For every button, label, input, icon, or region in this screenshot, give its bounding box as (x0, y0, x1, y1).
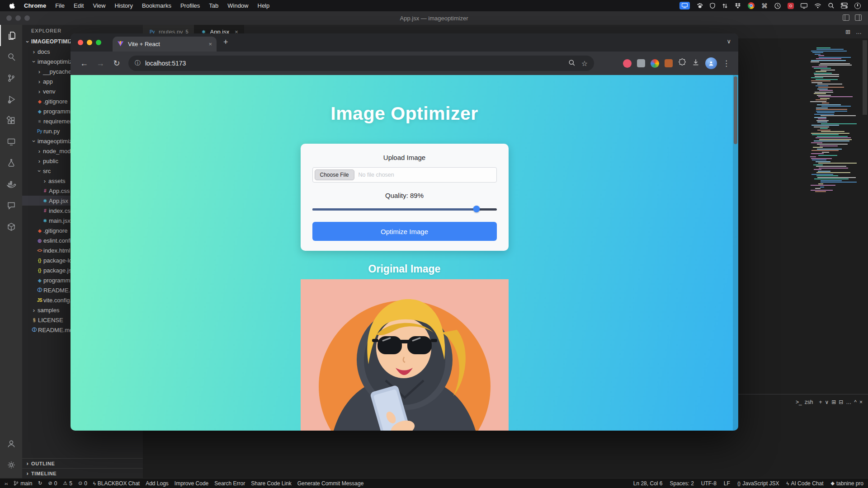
choose-file-button[interactable]: Choose File (315, 169, 354, 180)
reload-icon[interactable]: ↻ (109, 58, 124, 68)
status-0[interactable]: ⊘0 (48, 480, 57, 487)
testing-flask-icon[interactable] (0, 152, 22, 174)
chrome-icon[interactable] (748, 2, 755, 9)
extensions-puzzle-icon[interactable] (678, 58, 686, 68)
menu-profiles[interactable]: Profiles (176, 2, 204, 9)
chevron-icon[interactable]: ∨ (825, 399, 829, 405)
more-actions-icon[interactable]: … (856, 28, 862, 35)
status-5[interactable]: ⚠5 (63, 480, 72, 487)
menu-view[interactable]: View (88, 2, 110, 9)
menu-chrome[interactable]: Chrome (19, 2, 51, 9)
editor-scrollbar[interactable] (863, 40, 867, 115)
status-javascript-jsx[interactable]: {}JavaScript JSX (737, 480, 779, 487)
settings-gear-icon[interactable] (0, 454, 22, 475)
split-icon[interactable]: ⊞ (831, 399, 836, 405)
optimize-image-button[interactable]: Optimize Image (312, 222, 497, 241)
onepassword-icon[interactable] (788, 3, 794, 9)
address-bar[interactable]: ⓘ localhost:5173 ☆ (128, 56, 594, 71)
run-debug-icon[interactable] (0, 89, 22, 110)
package-icon[interactable] (0, 216, 22, 237)
split-editor-icon[interactable]: ⊞ (845, 28, 850, 35)
display-icon[interactable] (801, 3, 807, 9)
minimize-window-icon[interactable] (87, 40, 92, 45)
page-scrollbar[interactable] (733, 75, 738, 431)
quality-slider[interactable] (312, 206, 497, 212)
close-window-icon[interactable] (78, 40, 83, 45)
wifi-icon[interactable] (814, 3, 821, 9)
site-info-icon[interactable]: ⓘ (135, 59, 141, 67)
bookmark-star-icon[interactable]: ☆ (581, 59, 588, 68)
dropbox-icon[interactable] (735, 3, 741, 9)
menu-history[interactable]: History (110, 2, 137, 9)
section-outline[interactable]: ›OUTLINE (22, 458, 143, 468)
status-0[interactable]: ⊙0 (78, 480, 87, 487)
status-spaces-2[interactable]: Spaces: 2 (670, 480, 693, 487)
quality-slider-thumb[interactable] (473, 206, 480, 212)
extension-icon-4[interactable] (665, 59, 673, 67)
file-input[interactable]: Choose File No file chosen (312, 167, 497, 183)
status-ln-28-col-6[interactable]: Ln 28, Col 6 (633, 480, 663, 487)
status-ai-code-chat[interactable]: ϟAI Code Chat (787, 480, 824, 487)
toggle-panel-icon[interactable] (843, 14, 849, 22)
screen-mirroring-icon[interactable] (679, 2, 690, 9)
control-center-icon[interactable] (841, 3, 848, 9)
status-blackbox-chat[interactable]: ϟBLACKBOX Chat (93, 480, 140, 487)
menu-edit[interactable]: Edit (69, 2, 88, 9)
search-icon[interactable] (828, 3, 834, 9)
chrome-window-controls[interactable] (78, 40, 101, 45)
in-page-search-icon[interactable] (569, 60, 575, 67)
status-remote-indicator[interactable]: ›‹ (5, 481, 8, 486)
extensions-icon[interactable] (0, 110, 22, 131)
status-lf[interactable]: LF (724, 480, 730, 487)
account-icon[interactable] (0, 433, 22, 454)
menu-help[interactable]: Help (253, 2, 274, 9)
section-timeline[interactable]: ›TIMELINE (22, 468, 143, 478)
source-control-icon[interactable] (0, 67, 22, 89)
up-icon[interactable]: ^ (854, 399, 857, 405)
extension-icon-1[interactable] (623, 59, 632, 68)
new-tab-icon[interactable]: + (223, 38, 228, 46)
status-improve-code[interactable]: Improve Code (175, 480, 208, 487)
status-sync[interactable]: ↻ (38, 480, 42, 486)
back-icon[interactable]: ← (77, 59, 91, 68)
status-generate-commit-message[interactable]: Generate Commit Message (297, 480, 364, 487)
search-icon[interactable] (0, 46, 22, 67)
menu-bookmarks[interactable]: Bookmarks (137, 2, 176, 9)
remote-explorer-icon[interactable] (0, 131, 22, 152)
terminal-shell-tab[interactable]: >_ zsh (796, 399, 813, 405)
chat-icon[interactable] (0, 195, 22, 216)
status-main[interactable]: main (14, 480, 32, 487)
customize-layout-icon[interactable] (855, 14, 862, 22)
status-search-error[interactable]: Search Error (214, 480, 245, 487)
minimap[interactable] (810, 47, 861, 193)
explorer-icon[interactable] (0, 25, 22, 46)
shield-icon[interactable] (710, 3, 715, 9)
download-icon[interactable] (692, 58, 700, 68)
status-share-code-link[interactable]: Share Code Link (251, 480, 291, 487)
command-icon[interactable]: ⌘ (761, 2, 768, 9)
menu-window[interactable]: Window (223, 2, 253, 9)
menu-file[interactable]: File (51, 2, 69, 9)
clock-status-icon[interactable] (854, 3, 861, 9)
tab-search-chevron-icon[interactable]: ∨ (726, 38, 731, 45)
paw-icon[interactable] (697, 3, 703, 9)
profile-avatar[interactable] (705, 57, 717, 69)
browser-tab[interactable]: Vite + React × (113, 37, 217, 52)
kebab-menu-icon[interactable]: ⋮ (722, 59, 730, 68)
forward-icon[interactable]: → (93, 59, 108, 68)
extension-icon-2[interactable] (637, 59, 645, 67)
updown-arrows-icon[interactable] (722, 3, 728, 9)
docker-icon[interactable] (0, 174, 22, 195)
more-icon[interactable]: … (846, 399, 851, 405)
apple-menu-icon[interactable] (5, 2, 19, 9)
trash-icon[interactable]: ⊟ (839, 399, 843, 405)
menu-tab[interactable]: Tab (204, 2, 223, 9)
status-utf-8[interactable]: UTF-8 (701, 480, 717, 487)
clock-icon[interactable] (774, 3, 781, 9)
new-icon[interactable]: + (819, 399, 822, 405)
zoom-window-icon[interactable] (96, 40, 101, 45)
close-icon[interactable]: × (859, 399, 863, 405)
status-add-logs[interactable]: Add Logs (146, 480, 169, 487)
status-tabnine-pro[interactable]: ◆tabnine pro (830, 480, 863, 487)
extension-icon-3[interactable] (651, 59, 659, 68)
